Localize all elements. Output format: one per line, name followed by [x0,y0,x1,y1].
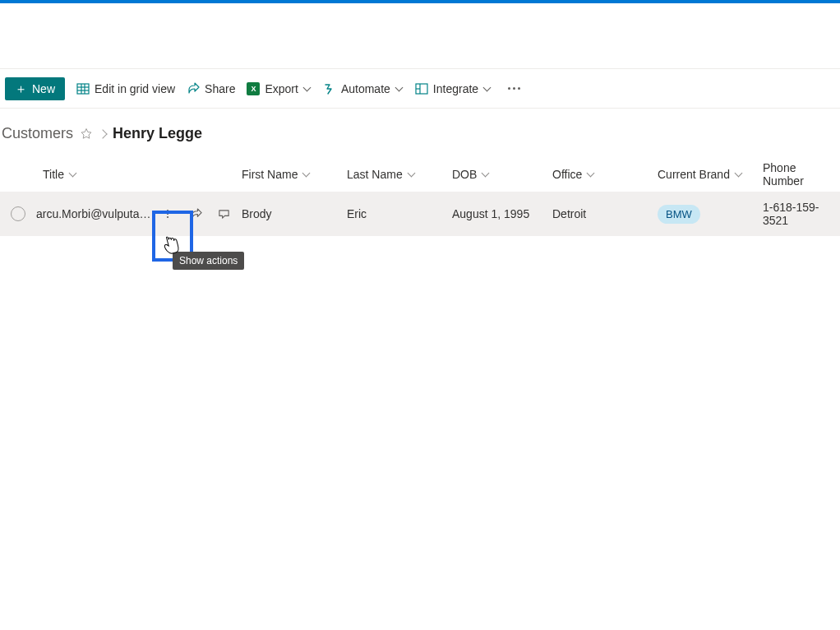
command-bar: ＋ New Edit in grid view Share X Export A… [0,69,840,109]
edit-grid-button[interactable]: Edit in grid view [76,82,175,95]
cell-title[interactable]: arcu.Morbi@vulputatedui... [36,207,151,220]
excel-icon: X [247,82,260,95]
star-icon[interactable] [80,127,93,141]
chevron-down-icon [483,85,492,93]
column-label: First Name [242,168,298,181]
column-header-lastname[interactable]: Last Name [347,168,452,181]
row-share-button[interactable] [184,202,207,225]
integrate-label: Integrate [433,82,478,95]
column-label: Title [43,168,64,181]
header-spacer [0,3,840,69]
column-label: Office [552,168,582,181]
breadcrumb: Customers Henry Legge [0,109,840,157]
automate-button[interactable]: Automate [323,82,404,95]
svg-rect-0 [77,84,89,94]
row-select-radio[interactable] [11,206,25,221]
column-label: Phone Number [763,161,840,188]
chevron-down-icon [482,170,490,178]
breadcrumb-root[interactable]: Customers [2,125,73,142]
column-header-dob[interactable]: DOB [452,168,552,181]
share-icon [187,82,200,95]
chevron-down-icon [735,170,743,178]
flow-icon [323,82,336,95]
column-header-brand[interactable]: Current Brand [658,168,763,181]
tooltip: Show actions [173,252,244,270]
integrate-button[interactable]: Integrate [415,82,492,95]
chevron-down-icon [69,170,77,178]
svg-point-9 [167,213,168,215]
column-header-phone[interactable]: Phone Number [763,161,840,188]
cell-office: Detroit [552,207,658,220]
cell-dob: August 1, 1995 [452,207,552,220]
export-button[interactable]: X Export [247,82,311,95]
export-label: Export [265,82,298,95]
table-row[interactable]: arcu.Morbi@vulputatedui... Brody Eric Au… [0,192,840,236]
cell-firstname: Brody [242,207,347,220]
column-header-firstname[interactable]: First Name [242,168,347,181]
cell-lastname: Eric [347,207,452,220]
chevron-right-icon [98,129,107,138]
new-button-label: New [32,82,55,95]
plus-icon: ＋ [15,82,27,95]
chevron-down-icon [303,85,312,93]
row-show-actions-button[interactable] [156,202,179,225]
chevron-down-icon [302,170,311,178]
breadcrumb-current: Henry Legge [113,125,202,142]
list-table: Title First Name Last Name DOB Office Cu… [0,157,840,236]
edit-grid-label: Edit in grid view [95,82,175,95]
svg-point-8 [167,210,168,211]
column-label: DOB [452,168,477,181]
chevron-down-icon [395,85,404,93]
more-commands-button[interactable] [503,82,525,95]
column-label: Last Name [347,168,403,181]
share-button[interactable]: Share [187,82,235,95]
row-comment-button[interactable] [212,202,235,225]
chevron-down-icon [408,170,416,178]
column-label: Current Brand [658,168,730,181]
table-header-row: Title First Name Last Name DOB Office Cu… [0,157,840,192]
layout-icon [415,82,428,95]
cell-phone: 1-618-159-3521 [763,201,840,227]
new-button[interactable]: ＋ New [5,77,65,100]
share-label: Share [205,82,235,95]
column-header-title[interactable]: Title [36,168,242,181]
brand-pill[interactable]: BMW [658,205,700,224]
svg-point-10 [167,216,168,218]
column-header-office[interactable]: Office [552,168,658,181]
chevron-down-icon [587,170,595,178]
automate-label: Automate [341,82,390,95]
grid-icon [76,82,90,95]
